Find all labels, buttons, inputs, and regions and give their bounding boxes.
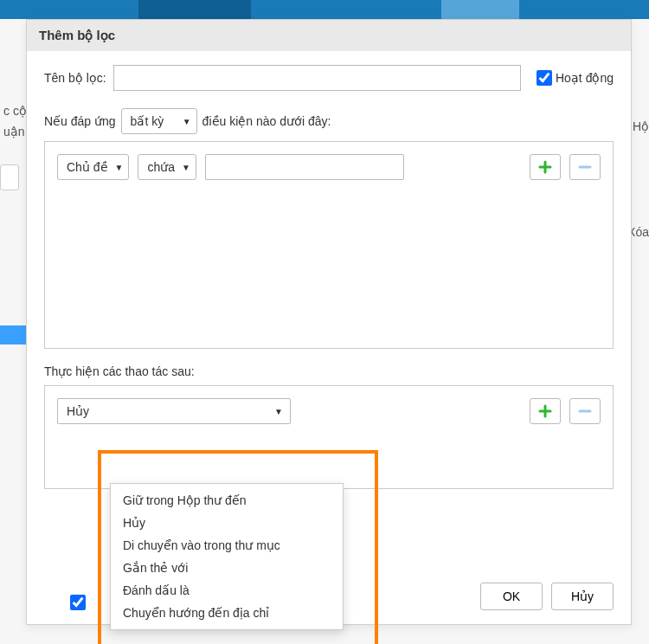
add-filter-dialog: Thêm bộ lọc Tên bộ lọc: Hoạt động Nếu đá…: [26, 19, 632, 625]
conditions-intro: Nếu đáp ứng bất kỳ ▼ điều kiện nào dưới …: [44, 108, 614, 134]
active-checkbox[interactable]: [537, 70, 552, 86]
bg-top-seg-b: [441, 0, 519, 19]
match-any-select[interactable]: bất kỳ ▼: [121, 108, 197, 134]
action-dropdown-popover[interactable]: Giữ trong Hộp thư đến Hủy Di chuyển vào …: [110, 483, 344, 630]
action-option[interactable]: Hủy: [111, 512, 343, 534]
filter-name-row: Tên bộ lọc: Hoạt động: [44, 65, 614, 91]
plus-icon: [538, 404, 552, 418]
caret-down-icon: ▼: [183, 117, 191, 126]
bg-top-seg-a: [138, 0, 251, 19]
minus-icon: [578, 160, 592, 174]
filter-name-label: Tên bộ lọc:: [44, 71, 106, 85]
active-wrap: Hoạt động: [533, 68, 614, 88]
criteria-op-value: chứa: [147, 160, 175, 174]
criteria-field-value: Chủ đề: [67, 160, 108, 174]
app-backdrop: c cộ uận Hộ Xóa Thêm bộ lọc Tên bộ lọc: …: [0, 0, 649, 644]
action-row: Hủy ▼: [57, 398, 601, 424]
bg-row-highlight: [0, 325, 26, 345]
action-option[interactable]: Gắn thẻ với: [111, 557, 343, 579]
action-option[interactable]: Đánh dấu là: [111, 579, 343, 602]
criteria-op-select[interactable]: chứa ▼: [138, 154, 196, 180]
dialog-body: Tên bộ lọc: Hoạt động Nếu đáp ứng bất kỳ…: [27, 51, 631, 572]
cond-intro-before: Nếu đáp ứng: [44, 114, 116, 128]
filter-name-input[interactable]: [113, 65, 521, 91]
bg-right-fragment-1: Hộ: [633, 119, 649, 133]
action-option[interactable]: Di chuyển vào trong thư mục: [111, 534, 343, 557]
match-any-value: bất kỳ: [131, 114, 164, 128]
action-option[interactable]: Chuyển hướng đến địa chỉ: [111, 602, 343, 624]
criteria-field-select[interactable]: Chủ đề ▼: [57, 154, 129, 180]
criteria-remove-button[interactable]: [569, 154, 601, 180]
action-option[interactable]: Giữ trong Hộp thư đến: [111, 489, 343, 512]
dialog-title: Thêm bộ lọc: [27, 20, 631, 51]
action-select[interactable]: Hủy ▼: [57, 398, 291, 424]
actions-label: Thực hiện các thao tác sau:: [44, 364, 614, 378]
action-selected-value: Hủy: [67, 404, 89, 418]
criteria-value-input[interactable]: [205, 154, 404, 180]
secondary-checkbox[interactable]: [70, 595, 86, 610]
active-label: Hoạt động: [556, 71, 614, 85]
conditions-box: Chủ đề ▼ chứa ▼: [44, 141, 614, 349]
bg-tool-button: [0, 164, 19, 190]
bg-top-bar: [0, 0, 649, 19]
cond-intro-after: điều kiện nào dưới đây:: [202, 114, 331, 128]
minus-icon: [578, 404, 592, 418]
caret-down-icon: ▼: [182, 163, 190, 172]
criteria-row: Chủ đề ▼ chứa ▼: [57, 154, 601, 180]
caret-down-icon: ▼: [274, 407, 283, 416]
action-remove-button[interactable]: [569, 398, 601, 424]
caret-down-icon: ▼: [115, 163, 124, 172]
plus-icon: [538, 160, 552, 174]
cancel-button[interactable]: Hủy: [551, 583, 614, 610]
criteria-add-button[interactable]: [530, 154, 561, 180]
ok-button[interactable]: OK: [480, 583, 543, 610]
actions-box: Hủy ▼: [44, 385, 614, 489]
action-add-button[interactable]: [530, 398, 561, 424]
